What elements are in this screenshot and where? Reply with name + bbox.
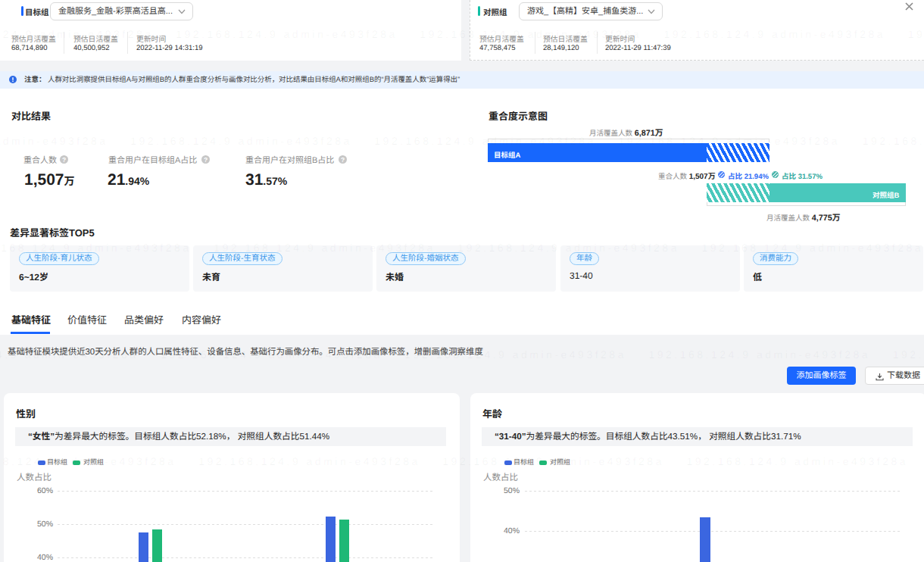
svg-text:?: ? bbox=[341, 156, 345, 164]
svg-text:?: ? bbox=[204, 156, 208, 164]
svg-text:?: ? bbox=[62, 156, 66, 164]
